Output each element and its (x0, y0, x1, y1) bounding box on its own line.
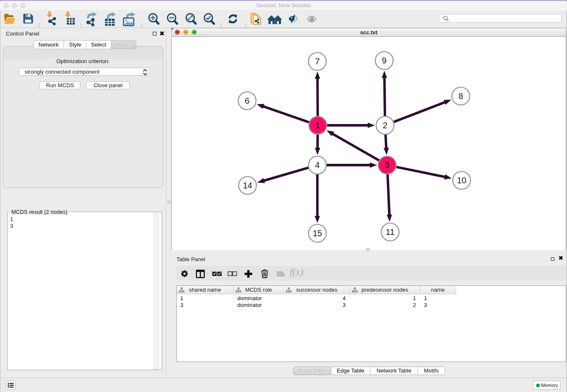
svg-text:10: 10 (457, 176, 466, 185)
svg-text:4: 4 (315, 160, 319, 170)
svg-text:1: 1 (315, 121, 320, 130)
svg-text:2: 2 (383, 121, 387, 130)
svg-text:15: 15 (313, 229, 322, 238)
svg-text:3: 3 (385, 160, 389, 170)
svg-text:6: 6 (245, 96, 249, 105)
svg-text:9: 9 (382, 56, 386, 65)
svg-text:8: 8 (458, 91, 463, 101)
svg-text:11: 11 (386, 227, 395, 237)
svg-text:7: 7 (315, 57, 319, 66)
svg-text:14: 14 (243, 181, 252, 190)
